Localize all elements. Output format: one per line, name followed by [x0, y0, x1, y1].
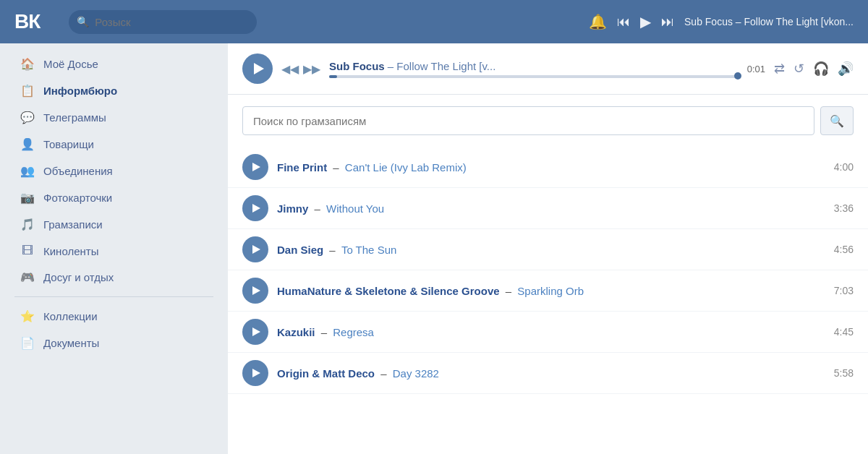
player-progress [329, 75, 739, 78]
track-artist-1: Jimny [277, 202, 308, 215]
player-controls-right: ⇄ ↺ 🎧 🔊 [774, 61, 854, 77]
sidebar-item-collections[interactable]: ⭐ Коллекции [0, 303, 228, 330]
track-artist-0: Fine Print [277, 161, 327, 174]
track-info-2: Dan Sieg – To The Sun [277, 244, 825, 256]
track-play-button-0[interactable] [242, 154, 268, 180]
sidebar-label-photos: Фотокарточки [43, 192, 112, 204]
track-play-button-5[interactable] [242, 360, 268, 386]
track-info-4: Kazukii – Regresa [277, 326, 825, 338]
sidebar-item-groups[interactable]: 👥 Объединения [0, 158, 228, 184]
player-prev-button[interactable]: ◀◀ [281, 62, 299, 76]
sidebar-label-infoburo: Информбюро [43, 85, 117, 97]
person-icon: 👤 [20, 137, 35, 151]
topbar-search-wrap: 🔍 [69, 10, 257, 34]
mini-play-icon [252, 245, 260, 254]
track-title-1: Without You [326, 202, 384, 215]
player-title: Follow The Light [v... [396, 60, 495, 72]
sidebar-item-games[interactable]: 🎮 Досуг и отдых [0, 264, 228, 291]
player-play-button[interactable] [242, 53, 273, 84]
main-content: ◀◀ ▶▶ Sub Focus – Follow The Light [v...… [228, 43, 868, 454]
topbar-next-btn[interactable]: ⏭ [661, 14, 674, 30]
sidebar-item-my-file[interactable]: 🏠 Моё Досье [0, 51, 228, 77]
music-icon: 🎵 [20, 218, 35, 231]
play-triangle-icon [254, 63, 264, 74]
sidebar-label-documents: Документы [43, 337, 99, 349]
track-play-button-4[interactable] [242, 319, 268, 345]
topbar-search-input[interactable] [69, 10, 257, 34]
player-nav-buttons: ◀◀ ▶▶ [281, 62, 320, 76]
sidebar-item-telegrams[interactable]: 💬 Телеграммы [0, 104, 228, 131]
player-next-button[interactable]: ▶▶ [303, 62, 320, 76]
music-search-row: 🔍 [242, 106, 854, 135]
player-bar: ◀◀ ▶▶ Sub Focus – Follow The Light [v...… [228, 43, 868, 95]
notifications-icon[interactable]: 🔔 [589, 13, 607, 30]
track-separator-2: – [329, 244, 339, 256]
vk-logo: ВК [14, 10, 40, 33]
mini-play-icon [252, 286, 260, 295]
track-title-2: To The Sun [341, 244, 396, 256]
sidebar-item-infoburo[interactable]: 📋 Информбюро [0, 77, 228, 104]
repeat-icon[interactable]: ↺ [793, 61, 804, 77]
track-title-4: Regresa [333, 326, 374, 338]
player-track-info: Sub Focus – Follow The Light [v... [329, 60, 739, 78]
topbar-prev-btn[interactable]: ⏮ [617, 14, 630, 30]
track-item[interactable]: Dan Sieg – To The Sun 4:56 [228, 229, 868, 270]
sidebar-item-friends[interactable]: 👤 Товарищи [0, 131, 228, 158]
player-artist: Sub Focus [329, 60, 385, 72]
topbar-now-playing: Sub Focus – Follow The Light [vkon... [684, 16, 854, 27]
track-title-0: Can't Lie (Ivy Lab Remix) [345, 161, 467, 174]
track-item[interactable]: Fine Print – Can't Lie (Ivy Lab Remix) 4… [228, 147, 868, 188]
track-play-button-1[interactable] [242, 195, 268, 221]
music-search-section: 🔍 [228, 95, 868, 141]
track-separator-1: – [315, 202, 324, 215]
player-track-name: Sub Focus – Follow The Light [v... [329, 60, 739, 72]
volume-icon[interactable]: 🔊 [838, 61, 854, 77]
track-info-0: Fine Print – Can't Lie (Ivy Lab Remix) [277, 161, 825, 174]
track-item[interactable]: Kazukii – Regresa 4:45 [228, 312, 868, 353]
headphones-icon[interactable]: 🎧 [813, 61, 829, 77]
shuffle-icon[interactable]: ⇄ [774, 61, 785, 77]
sidebar-divider [14, 296, 213, 297]
music-search-input[interactable] [242, 106, 814, 135]
mini-play-icon [252, 369, 260, 377]
topbar-search-icon: 🔍 [77, 16, 89, 27]
sidebar-item-photos[interactable]: 📷 Фотокарточки [0, 184, 228, 211]
track-item[interactable]: Jimny – Without You 3:36 [228, 188, 868, 229]
track-duration-0: 4:00 [834, 161, 854, 173]
track-separator-3: – [506, 285, 515, 297]
progress-bar-fill [329, 75, 337, 78]
main-layout: 🏠 Моё Досье 📋 Информбюро 💬 Телеграммы 👤 … [0, 43, 868, 454]
sidebar-label-my-file: Моё Досье [43, 58, 98, 70]
sidebar-label-collections: Коллекции [43, 310, 98, 322]
track-list: Fine Print – Can't Lie (Ivy Lab Remix) 4… [228, 141, 868, 454]
track-info-1: Jimny – Without You [277, 202, 825, 215]
track-duration-1: 3:36 [834, 202, 854, 214]
music-search-button[interactable]: 🔍 [820, 106, 854, 135]
track-info-3: HumaNature & Skeletone & Silence Groove … [277, 285, 825, 297]
gamepad-icon: 🎮 [20, 270, 35, 284]
track-duration-4: 4:45 [834, 326, 854, 338]
track-play-button-3[interactable] [242, 278, 268, 304]
mini-play-icon [252, 327, 260, 336]
track-play-button-2[interactable] [242, 236, 268, 262]
progress-bar-dot [734, 72, 741, 80]
track-duration-3: 7:03 [834, 285, 854, 296]
camera-icon: 📷 [20, 191, 35, 205]
document-icon: 📄 [20, 336, 35, 350]
track-item[interactable]: HumaNature & Skeletone & Silence Groove … [228, 270, 868, 312]
track-artist-2: Dan Sieg [277, 244, 323, 256]
sidebar: 🏠 Моё Досье 📋 Информбюро 💬 Телеграммы 👤 … [0, 43, 228, 454]
sidebar-label-telegrams: Телеграммы [43, 111, 106, 124]
track-duration-2: 4:56 [834, 244, 854, 255]
track-artist-4: Kazukii [277, 326, 315, 338]
topbar-play-btn[interactable]: ▶ [640, 13, 651, 30]
star-icon: ⭐ [20, 309, 35, 323]
track-separator-4: – [321, 326, 331, 338]
track-item[interactable]: Origin & Matt Deco – Day 3282 5:58 [228, 353, 868, 394]
track-duration-5: 5:58 [834, 367, 854, 379]
sidebar-item-video[interactable]: 🎞 Киноленты [0, 238, 228, 264]
sidebar-item-music[interactable]: 🎵 Грамзаписи [0, 211, 228, 238]
progress-bar[interactable] [329, 75, 739, 78]
mini-play-icon [252, 204, 260, 213]
sidebar-item-documents[interactable]: 📄 Документы [0, 330, 228, 356]
